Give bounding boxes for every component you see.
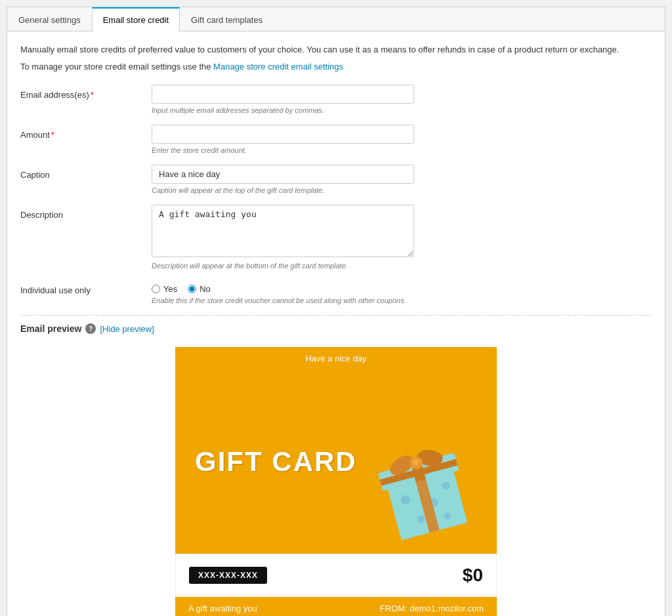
individual-use-label: Individual use only (20, 280, 152, 295)
gift-card-preview: Have a nice day GIFT CARD (175, 347, 497, 616)
description-textarea[interactable]: A gift awaiting you (152, 205, 414, 257)
gift-box-icon (372, 442, 477, 547)
preview-container: Have a nice day GIFT CARD (20, 340, 652, 616)
radio-yes-input[interactable] (152, 285, 160, 293)
tabs-bar: General settings Email store credit Gift… (7, 7, 665, 31)
gift-card-code: XXX-XXX-XXX (189, 567, 267, 584)
email-required-star: * (91, 90, 94, 100)
gift-card-amount: $0 (463, 565, 483, 586)
tab-gift-card-templates[interactable]: Gift card templates (180, 7, 274, 31)
email-hint: Input multiple email addresses separated… (152, 106, 414, 114)
email-field-wrap: Input multiple email addresses separated… (152, 85, 414, 114)
help-icon[interactable]: ? (85, 323, 96, 334)
amount-row: Amount* Enter the store credit amount. (20, 125, 652, 154)
individual-use-row: Individual use only Yes No Enable this i… (20, 280, 652, 304)
description-prefix: To manage your store credit email settin… (20, 62, 213, 72)
page-wrapper: General settings Email store credit Gift… (7, 7, 665, 616)
gift-card-caption-bar: Have a nice day (175, 347, 497, 370)
amount-input[interactable] (152, 125, 414, 144)
tab-general-settings[interactable]: General settings (7, 7, 92, 31)
email-preview-title: Email preview (20, 323, 81, 334)
manage-link[interactable]: Manage store credit email settings (213, 62, 343, 72)
gift-card-image-area: GIFT CARD (175, 370, 497, 554)
form-section: Email address(es)* Input multiple email … (20, 85, 652, 304)
caption-hint: Caption will appear at the top of the gi… (152, 186, 414, 194)
email-row: Email address(es)* Input multiple email … (20, 85, 652, 114)
amount-field-wrap: Enter the store credit amount. (152, 125, 414, 154)
amount-hint: Enter the store credit amount. (152, 146, 414, 154)
description-line2: To manage your store credit email settin… (20, 60, 652, 73)
description-row: Description A gift awaiting you Descript… (20, 205, 652, 270)
description-label: Description (20, 205, 152, 220)
radio-group: Yes No (152, 280, 414, 294)
gift-card-bottom: XXX-XXX-XXX $0 (175, 554, 497, 597)
gift-card-from-text: FROM: demo1.mozilor.com (380, 604, 484, 613)
caption-row: Caption Caption will appear at the top o… (20, 165, 652, 194)
caption-input[interactable] (152, 165, 414, 184)
radio-no-option[interactable]: No (188, 284, 211, 294)
email-input[interactable] (152, 85, 414, 104)
radio-no-input[interactable] (188, 285, 196, 293)
radio-no-label: No (200, 284, 211, 294)
caption-label: Caption (20, 165, 152, 180)
individual-use-hint: Enable this if the store credit voucher … (152, 297, 414, 304)
individual-use-field-wrap: Yes No Enable this if the store credit v… (152, 280, 414, 304)
radio-yes-label: Yes (163, 284, 177, 294)
main-content: Manually email store credits of preferre… (7, 31, 665, 616)
description-line1: Manually email store credits of preferre… (20, 43, 652, 56)
tab-email-store-credit[interactable]: Email store credit (92, 7, 180, 31)
email-label: Email address(es)* (20, 85, 152, 100)
amount-label: Amount* (20, 125, 152, 140)
caption-field-wrap: Caption will appear at the top of the gi… (152, 165, 414, 194)
gift-card-main-text: GIFT CARD (195, 446, 357, 478)
radio-yes-option[interactable]: Yes (152, 284, 177, 294)
hide-preview-link[interactable]: [Hide preview] (100, 324, 154, 334)
gift-card-footer: A gift awaiting you FROM: demo1.mozilor.… (175, 597, 497, 616)
amount-required-star: * (51, 130, 54, 140)
gift-card-description-text: A gift awaiting you (188, 604, 257, 613)
email-preview-header: Email preview ? [Hide preview] (20, 315, 652, 340)
description-hint: Description will appear at the bottom of… (152, 262, 414, 270)
description-field-wrap: A gift awaiting you Description will app… (152, 205, 414, 270)
